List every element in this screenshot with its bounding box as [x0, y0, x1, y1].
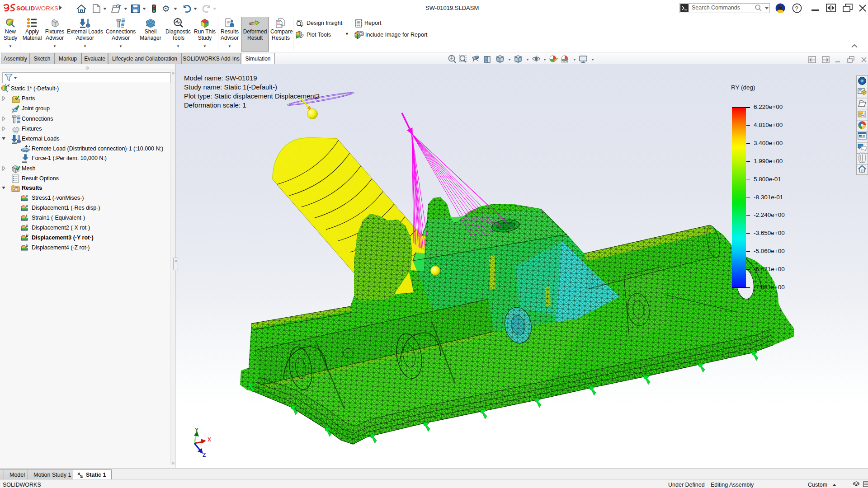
svg-text:u: u	[26, 244, 28, 248]
svg-text:?: ?	[280, 23, 283, 28]
svg-text:?: ?	[795, 5, 798, 12]
svg-text:u: u	[26, 234, 28, 238]
svg-text:⚙: ⚙	[162, 4, 170, 14]
svg-text:u: u	[26, 224, 28, 228]
svg-text:ε: ε	[26, 214, 28, 218]
svg-text:WORKS: WORKS	[35, 5, 58, 12]
svg-text:u: u	[26, 204, 28, 208]
svg-text:SOLID: SOLID	[16, 5, 35, 12]
svg-text:Y: Y	[195, 427, 198, 433]
svg-text:Z: Z	[203, 452, 206, 458]
svg-text:X: X	[208, 436, 211, 443]
svg-text:σ: σ	[26, 194, 28, 198]
